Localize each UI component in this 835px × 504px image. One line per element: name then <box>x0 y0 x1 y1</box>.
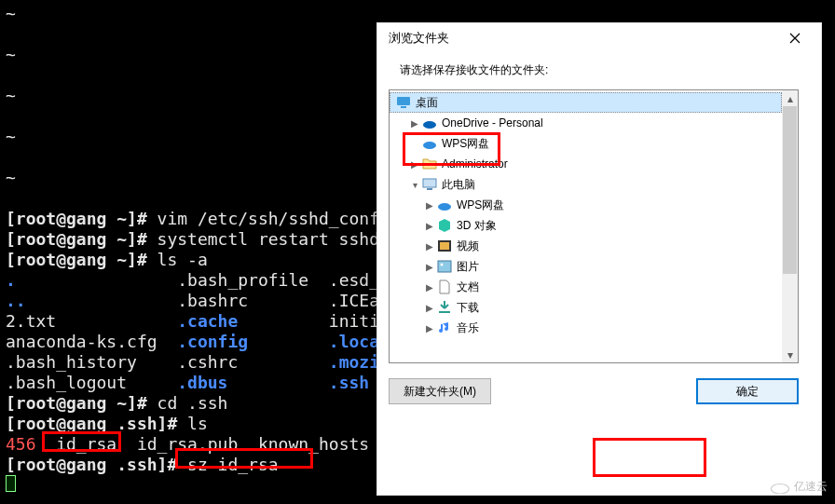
ls-item: anaconda-ks.cfg <box>6 332 157 351</box>
cmd-text: ls -a <box>147 250 208 269</box>
document-icon <box>436 279 453 295</box>
tree-item-documents[interactable]: ▶ 文档 <box>390 277 782 297</box>
tree-label: 3D 对象 <box>457 218 497 234</box>
prompt: [root@gang .ssh]# <box>6 455 177 474</box>
svg-point-12 <box>771 484 788 494</box>
ok-button[interactable]: 确定 <box>696 378 799 404</box>
tree-label: 文档 <box>457 279 479 295</box>
scroll-thumb[interactable] <box>783 106 797 274</box>
prompt: [root@gang ~]# <box>6 250 147 269</box>
cube-icon <box>436 217 453 234</box>
computer-icon <box>421 176 438 193</box>
watermark: 亿速云 <box>770 479 828 495</box>
tree-item-downloads[interactable]: ▶ 下载 <box>390 297 782 318</box>
tree-label: 音乐 <box>457 320 479 336</box>
svg-point-6 <box>438 203 451 211</box>
tree-label: WPS网盘 <box>457 198 504 213</box>
close-icon <box>789 33 801 44</box>
expand-icon[interactable]: ▶ <box>423 241 436 252</box>
dialog-buttons: 新建文件夹(M) 确定 <box>377 371 821 417</box>
download-icon <box>436 299 453 316</box>
expand-icon[interactable]: ▶ <box>423 200 436 211</box>
music-icon <box>436 320 453 336</box>
ls-item: .dbus <box>177 373 227 392</box>
tree-item-videos[interactable]: ▶ 视频 <box>390 236 782 256</box>
svg-rect-11 <box>439 311 450 313</box>
close-button[interactable] <box>776 25 814 51</box>
tree-item-music[interactable]: ▶ 音乐 <box>390 318 782 338</box>
cmd-text: ls <box>177 414 208 433</box>
prompt: [root@gang ~]# <box>6 209 147 228</box>
ls-item: .bash_history <box>6 352 137 372</box>
ls-item: .cache <box>177 311 238 331</box>
cmd-text: vim /etc/ssh/sshd_config <box>147 209 400 228</box>
cmd-text: cd .ssh <box>147 393 228 413</box>
highlight-box <box>42 431 121 452</box>
svg-rect-8 <box>440 242 449 250</box>
ls-item: .cshrc <box>177 352 238 372</box>
scroll-up-icon[interactable]: ▴ <box>782 90 798 106</box>
svg-rect-4 <box>423 179 436 187</box>
dialog-title: 浏览文件夹 <box>389 30 776 47</box>
expand-icon[interactable]: ▶ <box>423 323 436 334</box>
tree-item-thispc[interactable]: ▾ 此电脑 <box>390 174 782 195</box>
folder-tree: 桌面 ▶ OneDrive - Personal WPS网盘 ▶ Adminis… <box>389 89 799 363</box>
svg-point-10 <box>441 264 444 266</box>
image-icon <box>436 258 453 275</box>
prompt: [root@gang .ssh]# <box>6 414 177 433</box>
highlight-box <box>403 132 500 166</box>
svg-rect-0 <box>397 97 410 105</box>
tree-item-wps2[interactable]: ▶ WPS网盘 <box>390 195 782 215</box>
terminal-cursor <box>6 475 16 492</box>
ls-item: .config <box>177 332 248 351</box>
ls-item: . <box>6 270 16 290</box>
tree-item-3d[interactable]: ▶ 3D 对象 <box>390 215 782 236</box>
cloud-icon <box>770 481 790 494</box>
ls-item: .. <box>6 291 26 310</box>
expand-icon[interactable]: ▶ <box>423 282 436 293</box>
highlight-box <box>175 448 313 469</box>
video-icon <box>436 238 453 254</box>
expand-icon[interactable]: ▶ <box>423 262 436 272</box>
tree-scrollbar[interactable]: ▴ ▾ <box>782 90 798 362</box>
watermark-text: 亿速云 <box>794 479 828 495</box>
dialog-titlebar: 浏览文件夹 <box>377 23 821 53</box>
svg-rect-9 <box>438 261 451 272</box>
tree-item-desktop[interactable]: 桌面 <box>390 92 782 113</box>
prompt: [root@gang ~]# <box>6 229 147 249</box>
browse-folder-dialog: 浏览文件夹 请选择保存接收文件的文件夹: 桌面 ▶ OneDrive - Per… <box>376 22 822 496</box>
scroll-down-icon[interactable]: ▾ <box>782 347 798 362</box>
cmd-text: systemctl restart sshd <box>147 229 379 249</box>
svg-point-2 <box>423 121 436 129</box>
cloud-icon <box>436 197 453 213</box>
tree-label: 视频 <box>457 238 479 254</box>
collapse-icon[interactable]: ▾ <box>408 180 421 190</box>
new-folder-button[interactable]: 新建文件夹(M) <box>389 378 491 404</box>
ls-item: .ssh <box>329 373 369 392</box>
expand-icon[interactable]: ▶ <box>408 118 421 129</box>
ls-item: 2.txt <box>6 311 56 331</box>
tree-label: 下载 <box>457 300 479 316</box>
ls-item: .bash_profile .esd_auth <box>16 270 419 290</box>
tree-item-pictures[interactable]: ▶ 图片 <box>390 256 782 277</box>
tree-label: 图片 <box>457 259 479 275</box>
tree-label: OneDrive - Personal <box>442 116 543 129</box>
expand-icon[interactable]: ▶ <box>423 221 436 231</box>
tree-label: 此电脑 <box>442 177 475 193</box>
tree-list[interactable]: 桌面 ▶ OneDrive - Personal WPS网盘 ▶ Adminis… <box>390 90 782 362</box>
highlight-box <box>593 438 706 477</box>
dialog-prompt: 请选择保存接收文件的文件夹: <box>377 53 821 89</box>
vim-tilde: ~ <box>6 4 829 24</box>
svg-rect-1 <box>401 106 406 108</box>
tree-item-onedrive[interactable]: ▶ OneDrive - Personal <box>390 113 782 133</box>
cloud-icon <box>421 115 438 131</box>
tree-label: 桌面 <box>416 95 438 111</box>
svg-rect-5 <box>427 188 432 190</box>
desktop-icon <box>395 94 412 111</box>
prompt: [root@gang ~]# <box>6 393 147 413</box>
expand-icon[interactable]: ▶ <box>423 303 436 313</box>
ls-item: .bash_logout <box>6 373 127 392</box>
